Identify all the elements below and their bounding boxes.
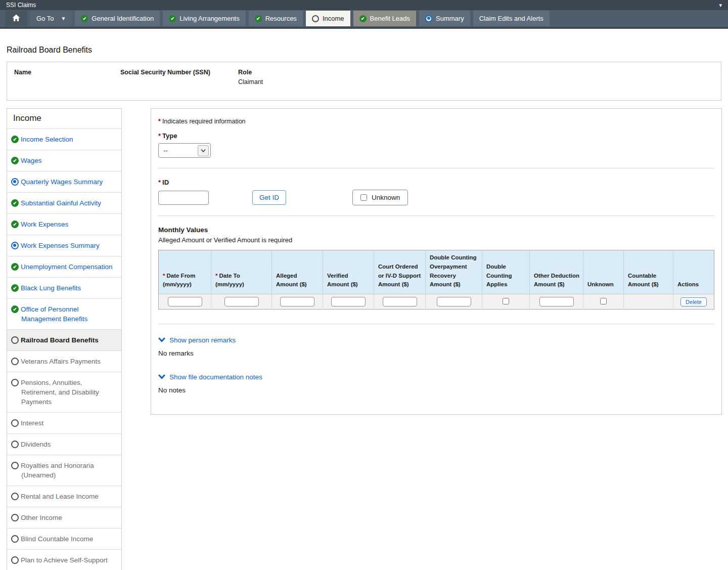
not-started-circle-icon bbox=[11, 462, 19, 469]
page-title: Railroad Board Benefits bbox=[7, 46, 721, 55]
select-chevron-down-icon bbox=[198, 145, 209, 156]
sidebar-item-plan-to-achieve-self-support: Plan to Achieve Self-Support bbox=[7, 549, 121, 570]
ssn-label: Social Security Number (SSN) bbox=[120, 69, 238, 76]
not-started-circle-icon bbox=[11, 514, 19, 521]
goto-menu-button[interactable]: Go To ▼ bbox=[30, 11, 72, 26]
not-started-circle-icon bbox=[11, 493, 19, 500]
sidebar-item-royalties-and-honoraria: Royalties and Honoraria (Unearned) bbox=[7, 455, 121, 486]
id-input[interactable] bbox=[158, 191, 209, 205]
tab-income[interactable]: Income bbox=[306, 11, 350, 26]
monthly-values-subtitle: Alleged Amount or Verified Amount is req… bbox=[158, 236, 714, 244]
role-value: Claimant bbox=[238, 78, 714, 86]
complete-check-icon bbox=[11, 136, 19, 143]
required-asterisk: * bbox=[163, 273, 165, 279]
unknown-checkbox[interactable] bbox=[600, 298, 607, 304]
sidebar-item-substantial-gainful-activity[interactable]: Substantial Gainful Activity bbox=[7, 192, 121, 213]
sidebar-item-quarterly-wages-summary[interactable]: Quarterly Wages Summary bbox=[7, 171, 121, 192]
role-label: Role bbox=[238, 69, 714, 76]
date-to-input[interactable] bbox=[224, 297, 259, 306]
id-unknown-option[interactable]: Unknown bbox=[352, 190, 408, 205]
col-actions: Actions bbox=[673, 250, 714, 294]
sidebar-item-wages[interactable]: Wages bbox=[7, 150, 121, 171]
chevron-down-icon: ▼ bbox=[61, 16, 66, 21]
type-select-value: -- bbox=[163, 147, 168, 154]
not-started-circle-icon bbox=[11, 358, 19, 365]
chevron-down-icon bbox=[158, 336, 165, 344]
table-row: Delete bbox=[159, 294, 714, 310]
required-asterisk: * bbox=[215, 273, 217, 279]
table-header-row: *Date From (mm/yyyy) *Date To (mm/yyyy) … bbox=[159, 250, 714, 294]
goto-label: Go To bbox=[36, 15, 54, 22]
section-divider bbox=[158, 168, 714, 168]
verified-amount-input[interactable] bbox=[331, 297, 366, 306]
sidebar-item-interest: Interest bbox=[7, 412, 121, 433]
not-started-circle-icon bbox=[11, 379, 19, 386]
complete-check-icon bbox=[255, 15, 262, 22]
required-asterisk: * bbox=[158, 132, 161, 140]
sidebar-item-black-lung-benefits[interactable]: Black Lung Benefits bbox=[7, 277, 121, 298]
sidebar-item-other-income: Other Income bbox=[7, 507, 121, 528]
section-divider bbox=[158, 324, 714, 324]
id-unknown-checkbox[interactable] bbox=[360, 194, 367, 201]
current-target-icon bbox=[425, 15, 432, 22]
col-verified-amount: Verified Amount ($) bbox=[323, 250, 374, 294]
home-icon bbox=[12, 14, 20, 23]
tab-benefit-leads[interactable]: Benefit Leads bbox=[353, 11, 417, 26]
not-started-circle-icon bbox=[11, 441, 19, 448]
complete-check-icon bbox=[11, 263, 19, 271]
complete-check-icon bbox=[11, 284, 19, 292]
monthly-values-table: *Date From (mm/yyyy) *Date To (mm/yyyy) … bbox=[158, 250, 714, 310]
in-progress-circle-icon bbox=[312, 15, 319, 22]
sidebar-item-work-expenses-summary[interactable]: Work Expenses Summary bbox=[7, 235, 121, 256]
in-progress-target-icon bbox=[11, 178, 19, 186]
no-remarks-text: No remarks bbox=[158, 349, 714, 357]
complete-check-icon bbox=[81, 15, 88, 22]
row-delete-button[interactable]: Delete bbox=[680, 297, 707, 306]
not-started-circle-icon bbox=[11, 535, 19, 543]
id-unknown-label: Unknown bbox=[372, 194, 400, 201]
railroad-board-benefits-form: *Indicates required information *Type --… bbox=[151, 108, 722, 415]
alleged-amount-input[interactable] bbox=[280, 297, 314, 306]
other-deduction-amount-input[interactable] bbox=[539, 297, 574, 306]
sidebar-item-pensions-annuities-retirement-disability: Pensions, Annuities, Retirement, and Dis… bbox=[7, 372, 121, 412]
required-asterisk: * bbox=[158, 118, 161, 125]
tab-living-arrangements[interactable]: Living Arrangements bbox=[163, 11, 246, 26]
complete-check-icon bbox=[11, 221, 19, 228]
show-person-remarks-link[interactable]: Show person remarks bbox=[158, 336, 236, 344]
main-navbar: Go To ▼ General Identification Living Ar… bbox=[0, 10, 728, 29]
monthly-values-title: Monthly Values bbox=[158, 226, 714, 234]
col-date-to: *Date To (mm/yyyy) bbox=[211, 250, 272, 294]
id-label: *ID bbox=[158, 179, 714, 186]
sidebar-item-unemployment-compensation[interactable]: Unemployment Compensation bbox=[7, 256, 121, 277]
tab-claim-edits-and-alerts[interactable]: Claim Edits and Alerts bbox=[473, 11, 550, 26]
col-court-ordered-amount: Court Ordered or IV-D Support Amount ($) bbox=[374, 250, 426, 294]
ssn-value bbox=[120, 78, 238, 86]
section-divider bbox=[158, 215, 714, 216]
tab-summary[interactable]: Summary bbox=[419, 11, 470, 26]
sidebar-item-rental-and-lease-income: Rental and Lease Income bbox=[7, 486, 121, 507]
sidebar-item-dividends: Dividends bbox=[7, 433, 121, 455]
sidebar-item-office-of-personnel-management-benefits[interactable]: Office of Personnel Management Benefits bbox=[7, 298, 121, 329]
sidebar-item-income-selection[interactable]: Income Selection bbox=[7, 128, 121, 150]
double-counting-applies-checkbox[interactable] bbox=[503, 298, 509, 304]
sidebar-item-work-expenses[interactable]: Work Expenses bbox=[7, 213, 121, 235]
col-alleged-amount: Alleged Amount ($) bbox=[272, 250, 323, 294]
col-countable-amount: Countable Amount ($) bbox=[624, 250, 673, 294]
complete-check-icon bbox=[11, 199, 19, 207]
type-select[interactable]: -- bbox=[158, 143, 211, 158]
show-file-documentation-notes-link[interactable]: Show file documentation notes bbox=[158, 373, 262, 381]
double-counting-overpayment-input[interactable] bbox=[437, 297, 471, 306]
court-ordered-amount-input[interactable] bbox=[383, 297, 417, 306]
collapse-header-icon[interactable]: ▾ bbox=[719, 3, 722, 8]
sidebar-item-veterans-affairs-payments: Veterans Affairs Payments bbox=[7, 350, 121, 372]
get-id-button[interactable]: Get ID bbox=[252, 190, 286, 205]
tab-general-identification[interactable]: General Identification bbox=[75, 11, 160, 26]
sidebar-item-railroad-board-benefits[interactable]: Railroad Board Benefits bbox=[7, 329, 121, 350]
home-button[interactable] bbox=[5, 11, 27, 26]
chevron-down-icon bbox=[158, 373, 165, 381]
complete-check-icon bbox=[169, 15, 176, 22]
complete-check-icon bbox=[11, 305, 19, 313]
current-circle-icon bbox=[11, 336, 19, 344]
tab-resources[interactable]: Resources bbox=[249, 11, 303, 26]
date-from-input[interactable] bbox=[168, 297, 202, 306]
